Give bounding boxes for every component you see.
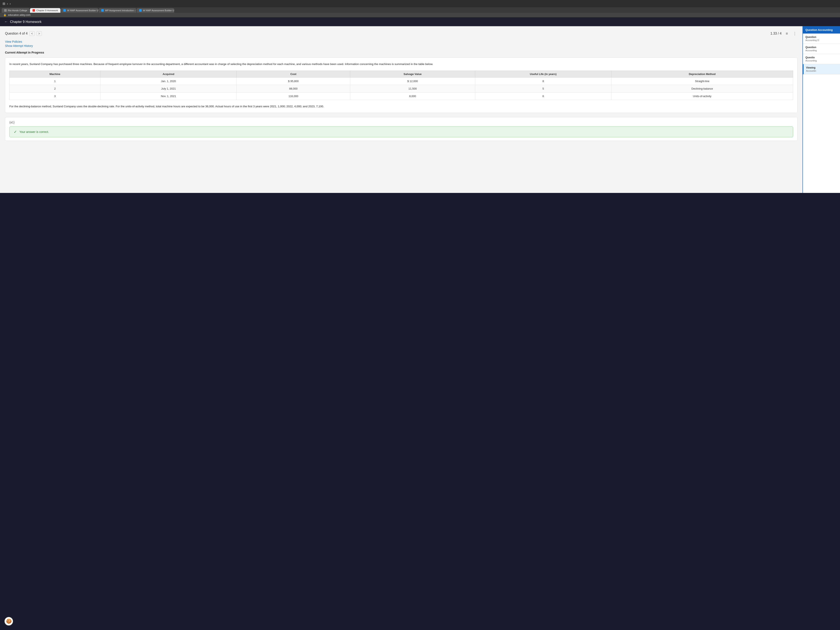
next-question-btn[interactable]: > bbox=[36, 31, 42, 36]
page-title: Chapter 9 Homework bbox=[10, 20, 41, 24]
cell-cost: 116,000 bbox=[237, 92, 350, 100]
answer-section-a1: (a1) ✓ Your answer is correct. bbox=[5, 117, 797, 141]
show-attempt-link[interactable]: Show Attempt History bbox=[5, 44, 797, 47]
cell-method: Units-of-activity bbox=[611, 92, 793, 100]
cell-acquired: Nov. 1, 2021 bbox=[100, 92, 237, 100]
cell-salvage: $ 12,000 bbox=[350, 77, 475, 85]
sidebar-item-3[interactable]: Viewing Accountin bbox=[803, 64, 840, 74]
cell-cost: 88,000 bbox=[237, 85, 350, 92]
browser-chrome: ⊞ ‹ › bbox=[0, 0, 840, 7]
tab-nwp1-favicon bbox=[63, 9, 66, 12]
tab-rio-favicon bbox=[4, 9, 7, 12]
right-sidebar: Question Accounting Question Accounting … bbox=[802, 26, 840, 193]
tab-assign[interactable]: WP Assignment Introduction – Cha... bbox=[99, 8, 136, 13]
tab-ch9-favicon bbox=[33, 9, 35, 12]
sidebar-item-title-1: Question bbox=[805, 46, 837, 49]
sidebar-item-subtitle-0: Accounting D bbox=[805, 39, 837, 41]
score-value: 1.33 / 4 bbox=[771, 32, 782, 35]
forward-browser-btn[interactable]: › bbox=[9, 2, 11, 6]
cell-salvage: 8,000 bbox=[350, 92, 475, 100]
sidebar-header: Question Accounting bbox=[803, 26, 840, 33]
check-icon: ✓ bbox=[14, 129, 17, 134]
tab-ch9-label: Chapter 9 Homework bbox=[36, 9, 58, 12]
grid-icon[interactable]: ⊞ bbox=[3, 2, 5, 6]
back-page-btn[interactable]: ← bbox=[4, 20, 8, 24]
cell-machine: 1 bbox=[9, 77, 100, 85]
tab-rio[interactable]: Rio Hondo College bbox=[2, 8, 30, 13]
content-area: Question 4 of 4 < > 1.33 / 4 ≡ ⋮ View Po… bbox=[0, 26, 802, 193]
cell-method: Declining-balance bbox=[611, 85, 793, 92]
col-header-salvage: Salvage Value bbox=[350, 71, 475, 77]
cell-life: 8 bbox=[475, 77, 611, 85]
back-browser-btn[interactable]: ‹ bbox=[7, 2, 8, 6]
tab-assign-favicon bbox=[101, 9, 104, 12]
correct-answer-banner: ✓ Your answer is correct. bbox=[9, 126, 793, 137]
main-layout: Question 4 of 4 < > 1.33 / 4 ≡ ⋮ View Po… bbox=[0, 26, 840, 193]
question-nav: Question 4 of 4 < > bbox=[5, 31, 42, 36]
sidebar-item-subtitle-1: Accounting bbox=[805, 49, 837, 52]
cell-acquired: July 1, 2021 bbox=[100, 85, 237, 92]
tab-assign-label: WP Assignment Introduction – Cha... bbox=[105, 9, 136, 12]
cell-salvage: 11,500 bbox=[350, 85, 475, 92]
machine-table: Machine Acquired Cost Salvage Value Usef… bbox=[9, 71, 793, 100]
table-row: 2 July 1, 2021 88,000 11,500 5 Declining… bbox=[9, 85, 793, 92]
section-a1-label: (a1) bbox=[9, 121, 793, 124]
tab-rio-label: Rio Hondo College bbox=[8, 9, 27, 12]
col-header-acquired: Acquired bbox=[100, 71, 237, 77]
cell-machine: 3 bbox=[9, 92, 100, 100]
question-label: Question 4 of 4 bbox=[5, 32, 28, 35]
list-icon-btn[interactable]: ≡ bbox=[785, 31, 789, 37]
col-header-method: Depreciation Method bbox=[611, 71, 793, 77]
cell-life: 6 bbox=[475, 92, 611, 100]
lock-icon: 🔒 bbox=[3, 14, 6, 16]
tab-bar: Rio Hondo College Chapter 9 Homework W N… bbox=[0, 7, 840, 13]
prev-question-btn[interactable]: < bbox=[29, 31, 35, 36]
current-attempt-label: Current Attempt in Progress bbox=[5, 51, 797, 54]
sidebar-item-title-3: Viewing bbox=[806, 66, 837, 69]
cell-method: Straight-line bbox=[611, 77, 793, 85]
tab-nwp2-label: W NWP Assessment Builder UI Ap... bbox=[143, 9, 174, 12]
col-header-cost: Cost bbox=[237, 71, 350, 77]
sidebar-item-title-0: Question bbox=[805, 36, 837, 38]
cell-life: 5 bbox=[475, 85, 611, 92]
sidebar-item-title-2: Questio bbox=[805, 56, 837, 59]
sidebar-items-container: Question Accounting D Question Accountin… bbox=[803, 33, 840, 74]
sidebar-item-1[interactable]: Question Accounting bbox=[803, 44, 840, 54]
col-header-machine: Machine bbox=[9, 71, 100, 77]
address-text[interactable]: education.wiley.com bbox=[8, 14, 30, 16]
question-intro-text: In recent years, Sunland Company has pur… bbox=[9, 62, 793, 66]
cell-cost: $ 95,800 bbox=[237, 77, 350, 85]
tab-nwp2-favicon bbox=[139, 9, 142, 12]
question-header: Question 4 of 4 < > 1.33 / 4 ≡ ⋮ bbox=[5, 30, 797, 37]
policy-links: View Policies Show Attempt History bbox=[5, 40, 797, 47]
correct-answer-text: Your answer is correct. bbox=[19, 130, 49, 134]
table-row: 1 Jan. 1, 2020 $ 95,800 $ 12,000 8 Strai… bbox=[9, 77, 793, 85]
score-area: 1.33 / 4 ≡ ⋮ bbox=[771, 30, 797, 37]
col-header-life: Useful Life (in years) bbox=[475, 71, 611, 77]
view-policies-link[interactable]: View Policies bbox=[5, 40, 797, 43]
sidebar-item-0[interactable]: Question Accounting D bbox=[803, 33, 840, 44]
additional-info-text: For the declining-balance method, Sunlan… bbox=[9, 104, 793, 109]
sidebar-item-subtitle-2: Accounting bbox=[805, 59, 837, 62]
tab-ch9[interactable]: Chapter 9 Homework bbox=[30, 8, 60, 13]
sidebar-item-2[interactable]: Questio Accounting bbox=[803, 54, 840, 64]
page-header: ← Chapter 9 Homework bbox=[0, 17, 840, 26]
browser-controls: ⊞ ‹ › bbox=[3, 2, 11, 6]
sidebar-item-subtitle-3: Accountin bbox=[806, 69, 837, 72]
question-box: In recent years, Sunland Company has pur… bbox=[5, 57, 797, 113]
tab-nwp2[interactable]: W NWP Assessment Builder UI Ap... bbox=[137, 8, 174, 13]
cell-acquired: Jan. 1, 2020 bbox=[100, 77, 237, 85]
tab-nwp1-label: W NWP Assessment Builder UI Ap... bbox=[67, 9, 98, 12]
cell-machine: 2 bbox=[9, 85, 100, 92]
tab-nwp1[interactable]: W NWP Assessment Builder UI Ap... bbox=[61, 8, 98, 13]
more-options-btn[interactable]: ⋮ bbox=[792, 30, 797, 37]
address-bar: 🔒 education.wiley.com bbox=[0, 13, 840, 17]
table-row: 3 Nov. 1, 2021 116,000 8,000 6 Units-of-… bbox=[9, 92, 793, 100]
